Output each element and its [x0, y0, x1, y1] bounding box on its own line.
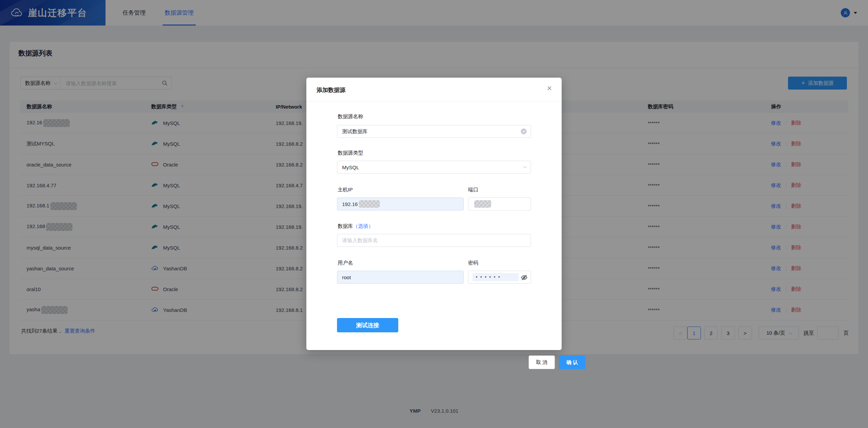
divider — [306, 101, 562, 101]
datasource-type-select[interactable]: MySQL — [337, 161, 531, 174]
username-input[interactable]: root — [337, 271, 464, 284]
host-ip-input[interactable]: 192.16 — [337, 197, 464, 210]
optional-hint: （选填） — [353, 223, 373, 229]
host-ip-label: 主机IP — [338, 187, 353, 193]
password-label: 密码 — [468, 260, 478, 266]
confirm-button[interactable]: 确 认 — [559, 355, 585, 369]
clear-input-icon[interactable]: ✕ — [521, 129, 527, 134]
eye-slash-icon[interactable] — [520, 274, 528, 281]
add-datasource-modal: 添加数据源 ✕ 数据源名称 测试数据库 ✕ 数据源类型 MySQL 主机IP 端… — [306, 78, 562, 350]
cancel-button[interactable]: 取 消 — [529, 355, 555, 369]
password-input[interactable]: •••••• — [468, 271, 531, 284]
close-icon[interactable]: ✕ — [547, 85, 552, 92]
datasource-type-label: 数据源类型 — [338, 150, 363, 156]
username-label: 用户名 — [338, 260, 353, 266]
modal-title: 添加数据源 — [317, 86, 345, 94]
chevron-down-icon — [523, 164, 527, 168]
database-label: 数据库（选填） — [338, 223, 373, 229]
redaction-block — [474, 200, 491, 208]
port-label: 端口 — [468, 187, 478, 193]
port-input[interactable] — [468, 197, 531, 210]
test-connection-button[interactable]: 测试连接 — [337, 318, 398, 332]
database-name-input[interactable]: 请输入数据库名 — [337, 234, 531, 247]
redaction-block — [359, 200, 380, 208]
datasource-name-label: 数据源名称 — [338, 113, 363, 120]
datasource-name-input[interactable]: 测试数据库 ✕ — [337, 125, 531, 138]
password-value: •••••• — [472, 273, 519, 281]
